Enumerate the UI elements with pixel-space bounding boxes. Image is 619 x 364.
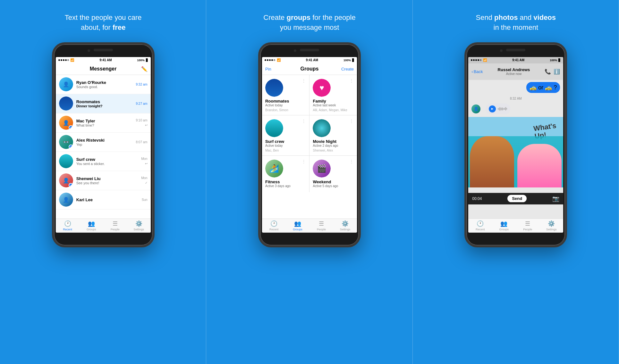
conv-shenwei[interactable]: 👤 ✓ Shenwei Liu See you there! Mon ✓ [56, 171, 151, 190]
person2-silhouette [517, 144, 562, 187]
tab-recent-2[interactable]: 🕐 Recent [262, 219, 286, 233]
groups-icon-3: 👥 [500, 220, 507, 227]
more-icon-roommates[interactable]: ⋮ [301, 78, 306, 83]
tab-settings-3[interactable]: ⚙️ Settings [539, 219, 563, 233]
tab-people-2[interactable]: ☰ People [310, 219, 333, 233]
time-separator: 8:32 AM [468, 97, 563, 100]
sticker-area: What'sUp! [468, 117, 563, 187]
conv-preview-surf: You sent a sticker. [76, 162, 141, 166]
panel-1-heading: Text the people you care about, for free [65, 13, 142, 33]
tab-groups-2[interactable]: 👥 Groups [286, 219, 310, 233]
info-icon[interactable]: ℹ️ [554, 69, 560, 75]
conv-surf[interactable]: Surf crew You sent a sticker. Mon ↩ [56, 152, 151, 171]
conv-meta-ryan: 9:32 am [136, 83, 148, 86]
more-icon-fitness[interactable]: ⋮ [301, 159, 306, 164]
create-button[interactable]: Create [341, 67, 354, 71]
groups-icon-2: 👥 [294, 220, 301, 227]
dot4 [65, 59, 67, 61]
dot3-3 [475, 59, 477, 61]
chevron-left-icon: ‹ [471, 69, 473, 74]
avatar-alex: 👓 ✓ [59, 135, 73, 149]
tab-settings-2[interactable]: ⚙️ Settings [333, 219, 357, 233]
more-icon-extra[interactable]: ⋮ [349, 159, 354, 164]
tab-settings[interactable]: ⚙️ Settings [127, 219, 151, 233]
compose-icon[interactable]: ✏️ [141, 66, 148, 72]
conv-preview-alex: Yep [76, 143, 136, 146]
camera-icon[interactable]: 📷 [552, 195, 559, 202]
tab-recent-3[interactable]: 🕐 Recent [468, 219, 492, 233]
group-name-fitness: Fitness [265, 179, 306, 184]
chat-user-name: Russel Andrews [483, 67, 545, 72]
tab-recent-label-3: Recent [476, 228, 485, 231]
person1-silhouette [470, 136, 514, 187]
dot2-2 [267, 59, 268, 61]
more-icon-movie[interactable]: ⋮ [349, 119, 354, 124]
tab-groups[interactable]: 👥 Groups [80, 219, 103, 233]
tab-recent[interactable]: 🕐 Recent [56, 219, 80, 233]
tab-settings-label-2: Settings [340, 228, 351, 231]
back-button[interactable]: ‹ Back [471, 69, 483, 74]
conv-alex[interactable]: 👓 ✓ Alex Ristevski Yep 8:07 am [56, 133, 151, 152]
group-cell-family[interactable]: ⋮ ♥ Family Active last week Alli, Adam, … [310, 75, 357, 115]
avatar-kari: 👤 [59, 193, 73, 207]
group-cell-surf[interactable]: ⋮ Surf crew Active today Mac, Ben [262, 115, 310, 155]
groups-nav-title: Groups [301, 66, 319, 72]
signal-dots: 📶 [58, 58, 74, 62]
send-button[interactable]: Send [507, 195, 527, 202]
tab-people-label-2: People [317, 228, 326, 231]
phone-2-screen: 📶 9:41 AM 100% ▊ Pin Groups Create [262, 57, 357, 233]
conv-mac[interactable]: 👤 ✓ Mac Tyler What time? 9:10 am ↩ [56, 113, 151, 133]
conv-meta-mac: 9:10 am ↩ [136, 119, 148, 127]
conv-time-kari: Sun [142, 198, 148, 202]
status-bar-1: 📶 9:41 AM 100% ▊ [56, 57, 151, 63]
tab-people[interactable]: ☰ People [103, 219, 127, 233]
conv-list: 👤 Ryan O'Rourke Sounds good. 9:32 am [56, 75, 151, 219]
group-status-family: Active last week [313, 103, 354, 107]
selfie-overlay [468, 136, 563, 187]
conv-preview-ryan: Sounds good. [76, 85, 136, 89]
panel-3-heading: Send photos and videos in the moment [476, 13, 556, 33]
conv-name-kari: Kari Lee [76, 197, 142, 202]
pin-button[interactable]: Pin [265, 67, 271, 71]
conv-info-surf: Surf crew You sent a sticker. [76, 157, 141, 166]
group-status-movie: Active 2 days ago [313, 144, 354, 147]
panel-2: Create groups for the people you message… [206, 0, 412, 364]
dot5-2 [274, 59, 275, 61]
dot3 [63, 59, 64, 61]
tab-settings-label: Settings [133, 228, 144, 231]
dot1-2 [265, 59, 266, 61]
status-right-2: 100% ▊ [343, 59, 354, 62]
more-icon-surf[interactable]: ⋮ [301, 119, 306, 124]
phone-3-screen: 📶 9:41 AM 100% ▊ ‹ Back Russel Andrews A… [468, 57, 563, 233]
panel-3: Send photos and videos in the moment 📶 9… [413, 0, 619, 364]
phone-1: 📶 9:41 AM 100% ▊ Messenger ✏️ 👤 [52, 42, 155, 247]
group-cell-extra[interactable]: ⋮ 🎬 Weekend Active 5 days ago [310, 156, 357, 192]
groups-nav: Pin Groups Create [262, 63, 357, 75]
conv-meta-surf: Mon ↩ [141, 157, 147, 165]
avatar-shenwei: 👤 ✓ [59, 173, 73, 187]
chat-avatar: 👤 [471, 104, 480, 113]
panel-1: Text the people you care about, for free… [0, 0, 206, 364]
tab-groups-3[interactable]: 👥 Groups [492, 219, 516, 233]
tab-people-3[interactable]: ☰ People [516, 219, 539, 233]
conv-preview-mac: What time? [76, 123, 136, 127]
phone-icon[interactable]: 📞 [545, 69, 551, 75]
conv-ryan[interactable]: 👤 Ryan O'Rourke Sounds good. 9:32 am [56, 75, 151, 94]
tab-bar-1: 🕐 Recent 👥 Groups ☰ People ⚙️ Settings [56, 219, 151, 233]
tab-groups-label-2: Groups [293, 228, 302, 231]
conv-info-alex: Alex Ristevski Yep [76, 138, 136, 146]
status-time-1: 9:41 AM [100, 58, 112, 62]
people-icon-3: ☰ [525, 220, 530, 227]
audio-message-row: 👤 ▶ [471, 102, 560, 116]
conv-kari[interactable]: 👤 Kari Lee Sun [56, 190, 151, 210]
group-cell-fitness[interactable]: ⋮ 🏄 Fitness Active 3 days ago [262, 156, 310, 192]
group-cell-movie[interactable]: ⋮ Movie Night Active 2 days ago Shenwei,… [310, 115, 357, 155]
play-icon[interactable]: ▶ [489, 105, 496, 112]
conv-roommates[interactable]: Roommates Dinner tonight? 9:27 am [56, 94, 151, 113]
group-cell-roommates[interactable]: ⋮ Roommates Active today Brandon, Simon [262, 75, 310, 115]
audio-bubble[interactable]: ▶ [486, 103, 510, 114]
group-avatar-movie [313, 119, 331, 137]
more-icon-family[interactable]: ⋮ [349, 78, 354, 83]
conv-meta-roommates: 9:27 am [136, 102, 148, 105]
groups-grid: ⋮ Roommates Active today Brandon, Simon … [262, 75, 357, 192]
